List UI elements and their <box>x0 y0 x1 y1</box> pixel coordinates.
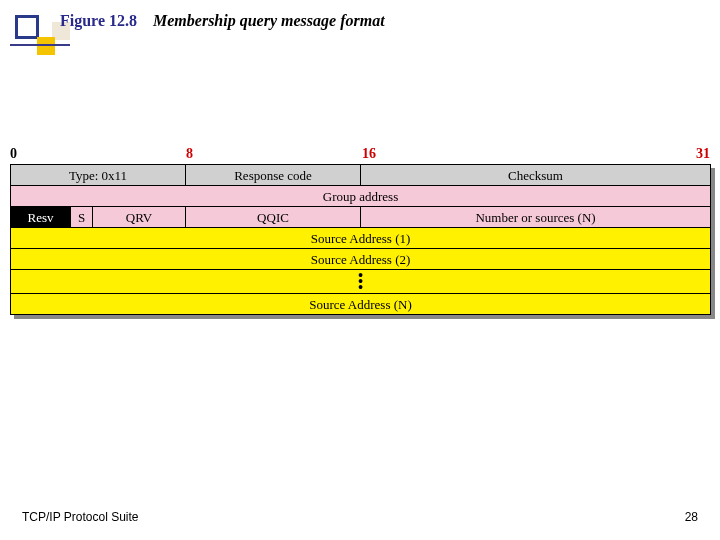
field-group-address: Group address <box>11 186 711 207</box>
bit-label-8: 8 <box>186 146 193 162</box>
packet-layout: Type: 0x11 Response code Checksum Group … <box>10 164 711 315</box>
field-resv: Resv <box>11 207 71 228</box>
bit-label-16: 16 <box>362 146 376 162</box>
figure-number: Figure 12.8 <box>60 12 137 29</box>
bit-label-31: 31 <box>696 146 710 162</box>
field-checksum: Checksum <box>361 165 711 186</box>
packet-diagram: 0 8 16 31 Type: 0x11 Response code Check… <box>10 146 710 315</box>
field-num-sources: Number or sources (N) <box>361 207 711 228</box>
title-underline <box>10 44 70 46</box>
footer-text: TCP/IP Protocol Suite <box>22 510 139 524</box>
bit-ruler: 0 8 16 31 <box>10 146 710 164</box>
field-src-ellipsis: ••• <box>11 270 711 294</box>
bit-label-0: 0 <box>10 146 17 162</box>
field-qqic: QQIC <box>186 207 361 228</box>
figure-caption: Membership query message format <box>153 12 385 29</box>
field-s: S <box>71 207 93 228</box>
field-qrv: QRV <box>93 207 186 228</box>
field-type: Type: 0x11 <box>11 165 186 186</box>
field-src-1: Source Address (1) <box>11 228 711 249</box>
field-response: Response code <box>186 165 361 186</box>
figure-title: Figure 12.8 Membership query message for… <box>60 12 385 30</box>
page-number: 28 <box>685 510 698 524</box>
field-src-n: Source Address (N) <box>11 294 711 315</box>
